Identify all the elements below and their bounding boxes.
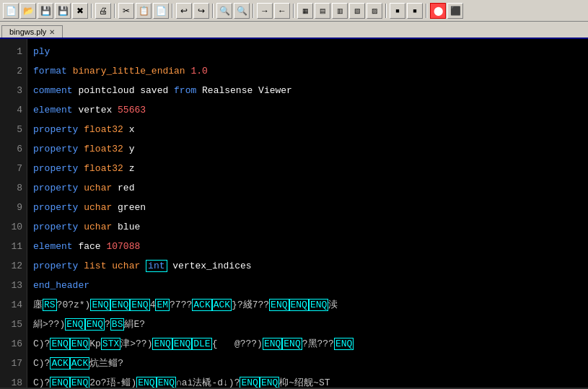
macro2-button[interactable]: ■: [407, 3, 423, 19]
view5-button[interactable]: ▨: [367, 3, 382, 19]
replace-button[interactable]: 🔍: [234, 3, 250, 19]
print-button[interactable]: 🖨: [95, 3, 111, 19]
paste-button[interactable]: 📄: [153, 3, 169, 19]
line-num: 7: [4, 159, 22, 178]
line-num: 14: [4, 295, 22, 315]
code-line-7: property float32 z: [33, 159, 582, 178]
line-num: 4: [4, 100, 22, 120]
tab-close-icon[interactable]: ✕: [49, 28, 55, 36]
code-line-14: 廛RS?0?z*)ENQENQENQ4EM?7??ACKACK}?綫7??ENQ…: [33, 295, 582, 315]
line-num: 11: [4, 237, 22, 256]
line-num: 6: [4, 139, 22, 159]
view1-button[interactable]: ▦: [297, 3, 313, 19]
toolbar-separator-3: [172, 4, 173, 18]
line-num: 17: [4, 354, 22, 373]
code-line-4: element vertex 55663: [33, 100, 582, 120]
toolbar-separator-6: [293, 4, 294, 18]
code-line-18: C)?ENQENQ2o?珸-鲻)ENQENQ∩aì法橇-d↓)?ENQENQ枊~…: [33, 373, 582, 388]
line-num: 1: [4, 42, 22, 61]
indent-button[interactable]: →: [257, 3, 273, 19]
line-num: 2: [4, 61, 22, 81]
view2-button[interactable]: ▤: [315, 3, 330, 19]
toolbar-separator-1: [91, 4, 92, 18]
line-num: 18: [4, 373, 22, 388]
line-num: 9: [4, 198, 22, 217]
line-num: 5: [4, 120, 22, 139]
code-line-10: property uchar blue: [33, 217, 582, 237]
tab-label: bingws.ply: [9, 27, 46, 36]
code-line-9: property uchar green: [33, 198, 582, 217]
code-line-15: 絹>??)ENQENQ?BS絹E?: [33, 315, 582, 334]
toolbar-separator-2: [114, 4, 115, 18]
code-line-5: property float32 x: [33, 120, 582, 139]
toolbar-separator-8: [426, 4, 427, 18]
code-line-12: property list uchar int vertex_indices: [33, 256, 582, 276]
code-line-16: C)?ENQENQKpSTX津>??)ENQENQDLE{ @???)ENQEN…: [33, 334, 582, 354]
code-line-17: C)?ACKACK炕兰鲻?: [33, 354, 582, 373]
undo-button[interactable]: ↩: [176, 3, 192, 19]
save-button[interactable]: 💾: [38, 3, 53, 19]
code-line-11: element face 107088: [33, 237, 582, 256]
settings-button[interactable]: ⬛: [447, 3, 463, 19]
toolbar-separator-7: [385, 4, 387, 18]
redo-button[interactable]: ↪: [193, 3, 209, 19]
cut-button[interactable]: ✂: [118, 3, 134, 19]
line-numbers: 1 2 3 4 5 6 7 8 9 10 11 12 13 14 15 16 1…: [0, 39, 27, 388]
line-num: 12: [4, 256, 22, 276]
open-button[interactable]: 📂: [20, 3, 36, 19]
code-line-3: comment pointcloud saved from Realsense …: [33, 81, 582, 100]
code-line-13: end_header: [33, 276, 582, 295]
save-all-button[interactable]: 💾: [55, 3, 71, 19]
code-line-6: property float32 y: [33, 139, 582, 159]
new-button[interactable]: 📄: [3, 3, 19, 19]
code-line-1: ply: [33, 42, 582, 61]
editor[interactable]: 1 2 3 4 5 6 7 8 9 10 11 12 13 14 15 16 1…: [0, 39, 588, 388]
file-tab[interactable]: bingws.ply ✕: [1, 25, 63, 38]
view3-button[interactable]: ▥: [332, 3, 348, 19]
main-container: 📄 📂 💾 💾 ✖ 🖨 ✂ 📋 📄 ↩ ↪ 🔍 🔍 → ← ▦ ▤ ▥ ▧ ▨ …: [0, 0, 588, 388]
macro-button[interactable]: ■: [390, 3, 405, 19]
find-button[interactable]: 🔍: [216, 3, 232, 19]
unindent-button[interactable]: ←: [274, 3, 290, 19]
tab-bar: bingws.ply ✕: [0, 22, 588, 39]
line-num: 3: [4, 81, 22, 100]
toolbar-separator-4: [212, 4, 214, 18]
code-line-8: property uchar red: [33, 178, 582, 198]
line-num: 16: [4, 334, 22, 354]
line-num: 8: [4, 178, 22, 198]
line-num: 10: [4, 217, 22, 237]
line-num: 15: [4, 315, 22, 334]
code-line-2: format binary_little_endian 1.0: [33, 61, 582, 81]
line-num: 13: [4, 276, 22, 295]
code-area[interactable]: ply format binary_little_endian 1.0 comm…: [27, 39, 588, 388]
toolbar: 📄 📂 💾 💾 ✖ 🖨 ✂ 📋 📄 ↩ ↪ 🔍 🔍 → ← ▦ ▤ ▥ ▧ ▨ …: [0, 0, 588, 22]
view4-button[interactable]: ▧: [349, 3, 365, 19]
toolbar-separator-5: [253, 4, 254, 18]
close-button[interactable]: ✖: [72, 3, 88, 19]
copy-button[interactable]: 📋: [136, 3, 152, 19]
record-button[interactable]: ⬤: [430, 3, 446, 19]
